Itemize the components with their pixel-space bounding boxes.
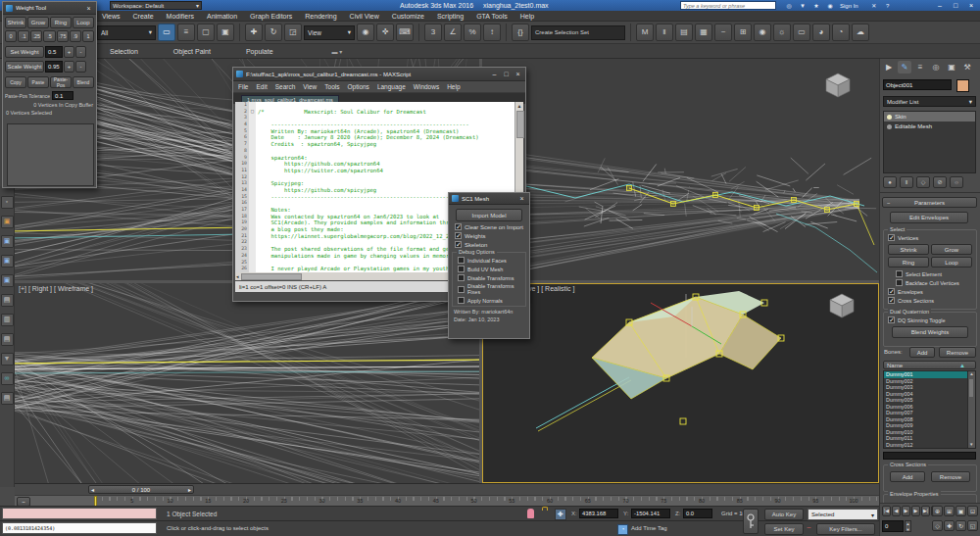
select-shrink-button[interactable]: Shrink [888,244,929,255]
render-setup-icon[interactable]: ☼ [773,24,791,41]
add-bone-button[interactable]: Add [909,347,935,358]
key-filters-button[interactable]: Key Filters... [816,523,875,535]
render-iterative-icon[interactable]: ◔ [832,24,850,41]
menu-graph-editors[interactable]: Graph Editors [250,13,292,20]
container-icon[interactable]: ▣ [1,216,14,228]
a360-icon[interactable]: ✕ [869,2,879,9]
next-frame-arrow-icon[interactable]: ▸ [188,486,191,493]
add-time-tag[interactable]: Add Time Tag [631,525,667,531]
configure-modifier-sets-icon[interactable]: ☼ [950,176,963,188]
mxs-menu-edit[interactable]: Edit [256,83,267,90]
hierarchy-tab-icon[interactable]: ≡ [913,61,927,73]
go-to-end-icon[interactable]: ▶| [921,506,930,516]
field-of-view-icon[interactable]: ◇ [932,520,943,531]
select-loop-button[interactable]: Loop [931,257,972,268]
viewport-bottom-right-active[interactable]: [+] [ Perspective ] [ Realistic ] [482,283,879,483]
a360-render-icon[interactable]: ☁ [852,24,869,41]
close-icon[interactable]: × [514,71,522,77]
bone-filter-field[interactable] [883,452,976,460]
ribbon-tab-object-paint[interactable]: Object Paint [173,48,211,55]
menu-rendering[interactable]: Rendering [305,13,336,20]
viewport-label-right[interactable]: [+] [ Right ] [ Wireframe ] [19,285,93,292]
viewcube[interactable] [823,71,853,100]
current-frame-field[interactable]: 0 [882,520,904,532]
envelopes-checkbox[interactable]: ✓ [888,288,895,295]
viewport-top-right[interactable] [482,59,879,280]
sign-in-button[interactable]: Sign In [840,3,858,9]
weight-list-box[interactable] [7,123,94,186]
close-icon[interactable]: × [964,1,978,11]
tolerance-field[interactable]: 0.1 [52,91,74,100]
angle-snap-icon[interactable]: ∠ [444,24,462,41]
restore-icon[interactable]: □ [502,71,511,77]
workspace-selector[interactable]: Workspace: Default ▾ [110,1,202,10]
z-coordinate-field[interactable]: 0.0 [683,509,712,518]
set-key-button[interactable]: Set Key [764,523,804,535]
bones-name-header[interactable]: Name ▲ [883,361,976,369]
scale-weight-field[interactable]: 0.95 [45,61,63,73]
new-scene-explorer-icon[interactable]: ▣ [1,255,14,268]
show-end-result-icon[interactable]: ‖ [900,176,913,188]
set-key-big-button[interactable] [743,509,759,534]
reference-coordinate-dropdown[interactable]: View ▾ [304,25,355,40]
weight-tool-titlebar[interactable]: Weight Tool × [3,2,96,15]
fold-margin[interactable]: □ [249,109,256,116]
remove-modifier-icon[interactable]: ⊘ [933,176,947,188]
pan-icon[interactable]: ✚ [944,520,955,531]
import-model-button[interactable]: Import Model [456,209,522,221]
menu-help[interactable]: Help [520,13,534,20]
minimize-icon[interactable]: – [490,71,499,77]
edit-named-selection-sets-icon[interactable]: {} [512,24,529,41]
menu-gta-tools[interactable]: GTA Tools [476,13,508,20]
ribbon-tab-selection[interactable]: Selection [110,48,138,55]
select-grow-button[interactable]: Grow [931,244,972,255]
bones-list[interactable]: Dummy001Dummy002Dummy003Dummy004Dummy005… [883,370,976,449]
dq-skinning-toggle-checkbox[interactable]: ✓ [888,317,895,323]
layer-manager-icon[interactable]: ▤ [675,24,693,41]
zoom-extents-all-icon[interactable]: ⊡ [967,506,978,516]
mxs-menu-file[interactable]: File [238,83,248,90]
pin-stack-icon[interactable]: ● [883,176,897,188]
maximize-viewport-toggle-icon[interactable]: ◱ [967,520,978,531]
saved-explorer-icon-1[interactable]: ▤ [1,294,14,307]
x-coordinate-field[interactable]: 4383.168 [579,509,618,518]
mirror-icon[interactable]: M [636,24,654,41]
sc1-disable-transforms-fixes-checkbox[interactable] [458,286,465,293]
frame-spinner[interactable]: ▲▼ [905,520,911,532]
viewport-bottom-left[interactable]: [+] [ Right ] [ Wireframe ] [15,283,479,483]
sc1-titlebar[interactable]: SC1 Mesh × [449,193,529,205]
list-view-icon[interactable]: ▤ [1,392,14,405]
favorites-icon[interactable]: ★ [811,2,821,9]
schematic-view-icon[interactable]: ⊞ [734,24,752,41]
spinner-snap-icon[interactable]: ↕ [483,24,501,41]
cross-section-remove-button[interactable]: Remove [931,471,970,482]
rectangular-selection-region-icon[interactable]: ▢ [197,24,215,41]
weight-blend-button[interactable]: Blend [73,76,94,88]
filter-icon[interactable]: ▼ [1,353,14,365]
percent-snap-icon[interactable]: % [464,24,481,41]
ribbon-expand-icon[interactable]: ▬ ▾ [332,48,343,55]
mini-listener-result-row[interactable]: (0.0813181424354) [2,522,157,534]
go-to-start-icon[interactable]: |◀ [882,506,891,516]
saved-explorer-icon-3[interactable]: ▤ [1,333,14,346]
binoculars-search-icon[interactable]: ◎ [784,2,794,9]
select-and-move-icon[interactable]: ✚ [245,24,263,41]
utilities-tab-icon[interactable]: ⚒ [960,61,974,73]
scale-weight-button[interactable]: Scale Weight [5,61,44,73]
sc1-skeleton-checkbox[interactable]: ✓ [455,241,462,248]
select-ring-button[interactable]: Ring [888,257,929,268]
backface-cull-vertices-checkbox[interactable] [896,279,903,286]
select-and-scale-icon[interactable]: ◲ [284,24,302,41]
weight-loop-button[interactable]: Loop [73,17,94,28]
weight-paste-pos-button[interactable]: Paste-Pos [50,76,72,88]
user-icon[interactable]: ◉ [825,2,835,9]
sc1-disable-transforms-checkbox[interactable] [458,274,465,281]
object-color-swatch[interactable] [956,79,969,92]
snaps-toggle-icon[interactable]: 3 [424,24,442,41]
absolute-mode-icon[interactable]: ✚ [555,509,566,520]
help-search[interactable] [680,1,776,10]
menu-views[interactable]: Views [102,13,121,20]
modifier-stack[interactable]: SkinEditable Mesh [883,111,976,173]
weight-paste-button[interactable]: Paste [27,76,49,88]
remove-bone-button[interactable]: Remove [939,347,976,358]
